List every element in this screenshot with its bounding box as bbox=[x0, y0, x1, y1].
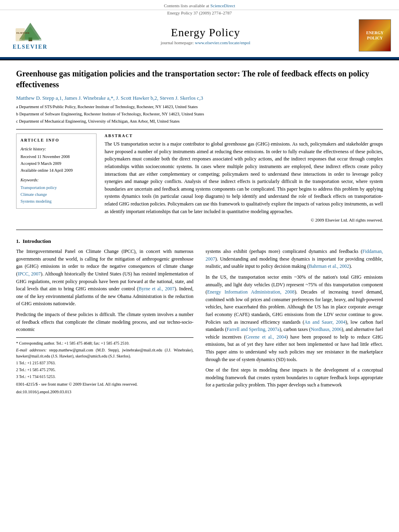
intro-para-2: Predicting the impacts of these policies… bbox=[16, 311, 193, 333]
ref-an[interactable]: An and Sauer, 2004 bbox=[304, 319, 346, 325]
intro-body-columns: The Intergovernmental Panel on Climate C… bbox=[16, 248, 383, 396]
article-content: Greenhouse gas mitigation policies and t… bbox=[0, 60, 399, 404]
intro-para-1: The Intergovernmental Panel on Climate C… bbox=[16, 248, 193, 308]
fn-1: 1 Tel.: +1 215 837 3763. bbox=[16, 360, 193, 366]
journal-url[interactable]: www.elsevier.com/locate/enpol bbox=[195, 40, 250, 45]
footnotes: * Corresponding author. Tel.: +1 585 475… bbox=[16, 337, 193, 396]
body-right: systems also exhibit (perhaps more) comp… bbox=[206, 248, 383, 396]
journal-name: Energy Policy bbox=[52, 26, 359, 39]
header-blue-bar bbox=[0, 57, 399, 60]
abstract-col: ABSTRACT The US transportation sector is… bbox=[105, 134, 383, 222]
divider-1 bbox=[16, 129, 383, 129]
keyword-1: Transportation policy bbox=[21, 185, 92, 191]
affil-b: b Department of Software Engineering, Ro… bbox=[16, 111, 383, 117]
svg-rect-3 bbox=[15, 28, 25, 41]
article-info-label: ARTICLE INFO bbox=[21, 137, 92, 144]
top-bar: Contents lists available at ScienceDirec… bbox=[0, 2, 399, 10]
history-label: Article history: bbox=[21, 146, 92, 153]
affil-a: a Department of STS/Public Policy, Roche… bbox=[16, 104, 383, 110]
copyright: © 2009 Elsevier Ltd. All rights reserved… bbox=[105, 218, 383, 222]
keyword-2: Climate change bbox=[21, 191, 92, 198]
authors-line: Matthew D. Stepp a,1, James J. Winebrake… bbox=[16, 95, 383, 101]
article-info-col: ARTICLE INFO Article history: Received 1… bbox=[16, 134, 97, 222]
accepted-date: Accepted 9 March 2009 bbox=[21, 160, 92, 167]
affil-c: c Department of Mechanical Engineering, … bbox=[16, 118, 383, 125]
intro-heading: 1. Introduction bbox=[16, 238, 383, 244]
keywords-label: Keywords: bbox=[21, 177, 92, 184]
journal-homepage: journal homepage: www.elsevier.com/locat… bbox=[52, 40, 359, 45]
fn-2: 2 Tel.: +1 585 475 2705. bbox=[16, 367, 193, 373]
journal-title-row: ELSEVIER ELSEVIER Energy Policy journal … bbox=[0, 16, 399, 55]
fn-3: 3 Tel.: +1 734 615 5253. bbox=[16, 374, 193, 380]
intro-para-5: One of the first steps in modeling these… bbox=[206, 366, 383, 389]
fn-emails: E-mail addresses: stepp.matthew@gmail.co… bbox=[16, 347, 193, 359]
abstract-label: ABSTRACT bbox=[105, 134, 383, 138]
intro-section: 1. Introduction The Intergovernmental Pa… bbox=[16, 238, 383, 396]
ref-nordhaus[interactable]: Nordhaus, 2006 bbox=[311, 327, 341, 332]
top-bar-text: Contents lists available at bbox=[164, 3, 209, 8]
available-date: Available online 14 April 2009 bbox=[21, 167, 92, 174]
journal-badge: ENERGY POLICY bbox=[359, 19, 391, 51]
divider-2 bbox=[16, 230, 383, 230]
info-abstract-row: ARTICLE INFO Article history: Received 1… bbox=[16, 134, 383, 222]
journal-center: Energy Policy journal homepage: www.else… bbox=[52, 26, 359, 45]
ref-farrell[interactable]: Farrell and Sperling, 2007a bbox=[226, 327, 280, 332]
body-left: The Intergovernmental Panel on Climate C… bbox=[16, 248, 193, 396]
elsevier-logo: ELSEVIER ELSEVIER bbox=[8, 21, 52, 50]
article-info-box: ARTICLE INFO Article history: Received 1… bbox=[16, 134, 97, 208]
sciencedirect-link[interactable]: ScienceDirect bbox=[210, 3, 235, 8]
elsevier-brand: ELSEVIER bbox=[13, 44, 48, 50]
svg-text:ELSEVIER: ELSEVIER bbox=[16, 31, 29, 34]
issn-line: 0301-4215/$ - see front matter © 2009 El… bbox=[16, 381, 193, 388]
affiliations: a Department of STS/Public Policy, Roche… bbox=[16, 104, 383, 124]
doi-line: doi:10.1016/j.enpol.2009.03.013 bbox=[16, 389, 193, 395]
keyword-3: Systems modeling bbox=[21, 198, 92, 205]
keywords-section: Keywords: Transportation policy Climate … bbox=[21, 177, 92, 205]
article-title: Greenhouse gas mitigation policies and t… bbox=[16, 68, 383, 90]
ref-fiddaman[interactable]: Fiddaman, 2007 bbox=[206, 249, 383, 262]
page: Contents lists available at ScienceDirec… bbox=[0, 0, 399, 532]
intro-para-4: In the US, the transportation sector emi… bbox=[206, 273, 383, 363]
section-title: Introduction bbox=[23, 238, 51, 244]
ref-eia[interactable]: Energy Information Administration, 2008 bbox=[207, 289, 294, 295]
journal-header: Contents lists available at ScienceDirec… bbox=[0, 0, 399, 60]
section-number: 1. bbox=[16, 238, 20, 244]
received-date: Received 11 November 2008 bbox=[21, 154, 92, 160]
elsevier-tree-icon: ELSEVIER bbox=[15, 21, 45, 43]
ref-greene[interactable]: Greene et al., 2004 bbox=[246, 334, 286, 340]
fn-corresponding: * Corresponding author. Tel.: +1 585 475… bbox=[16, 340, 193, 346]
ref-ipcc[interactable]: IPCC, 2007 bbox=[18, 271, 41, 277]
intro-para-3: systems also exhibit (perhaps more) comp… bbox=[206, 248, 383, 270]
ref-bahrman[interactable]: Bahrman et al., 2002 bbox=[309, 263, 349, 269]
citation-line: Energy Policy 37 (2009) 2774–2787 bbox=[0, 10, 399, 16]
abstract-text: The US transportation sector is a major … bbox=[105, 140, 383, 215]
ref-byrne[interactable]: Byrne et al., 2007 bbox=[138, 286, 175, 292]
